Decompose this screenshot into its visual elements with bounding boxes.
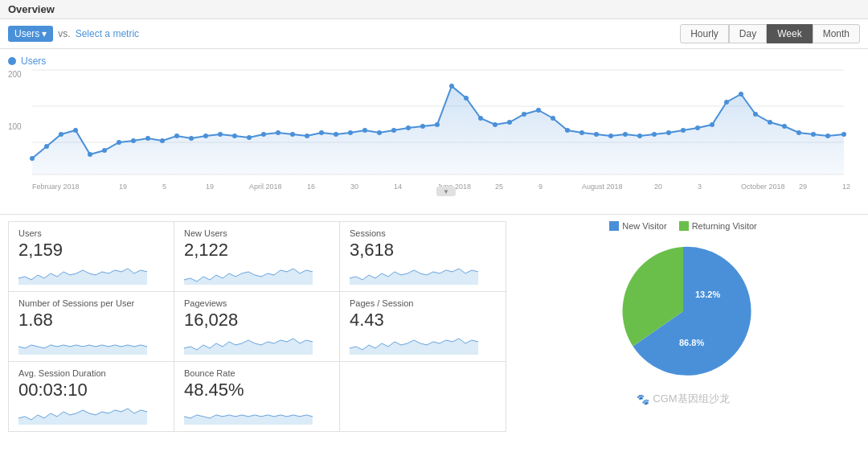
svg-point-18: [218, 132, 223, 137]
svg-marker-84: [350, 339, 478, 355]
pie-legend-returning-visitor: Returning Visitor: [679, 221, 757, 231]
svg-marker-81: [350, 269, 478, 285]
month-button[interactable]: Month: [813, 24, 860, 43]
svg-point-13: [145, 136, 150, 141]
svg-point-11: [117, 140, 121, 145]
svg-text:30: 30: [350, 183, 358, 191]
line-chart-container: 200 100: [8, 70, 860, 199]
svg-point-54: [739, 92, 743, 97]
svg-point-44: [594, 132, 599, 137]
svg-point-59: [811, 132, 816, 137]
svg-point-28: [362, 128, 367, 133]
svg-text:April 2018: April 2018: [249, 183, 282, 191]
dropdown-arrow-icon: ▾: [42, 28, 47, 39]
svg-point-51: [695, 125, 700, 130]
svg-text:29: 29: [799, 183, 807, 191]
svg-point-25: [319, 130, 324, 135]
stat-pageviews-value: 16,028: [184, 310, 330, 331]
chart-legend: Users: [8, 55, 860, 67]
svg-point-14: [160, 138, 165, 143]
hourly-button[interactable]: Hourly: [680, 24, 729, 43]
svg-point-17: [203, 134, 208, 138]
svg-text:5: 5: [162, 183, 166, 191]
svg-point-12: [131, 138, 136, 143]
stat-pageviews: Pageviews 16,028: [174, 292, 340, 362]
stat-sessions-per-user-label: Number of Sessions per User: [18, 298, 164, 308]
stat-sessions-per-user-value: 1.68: [18, 310, 164, 331]
svg-text:13.2%: 13.2%: [695, 290, 720, 299]
svg-point-35: [464, 96, 469, 101]
svg-point-55: [753, 112, 758, 117]
svg-point-42: [565, 128, 570, 133]
new-visitor-label: New Visitor: [622, 221, 666, 231]
stat-pageviews-label: Pageviews: [184, 298, 330, 308]
pie-chart-svg: 13.2% 86.8%: [603, 237, 764, 386]
stat-new-users-value: 2,122: [184, 240, 330, 261]
stat-bounce-rate: Bounce Rate 48.45%: [174, 362, 340, 431]
svg-point-49: [666, 130, 671, 135]
svg-point-19: [232, 134, 237, 138]
stat-sessions-label: Sessions: [350, 228, 496, 238]
stat-pages-per-session-label: Pages / Session: [350, 298, 496, 308]
chart-legend-label: Users: [21, 55, 46, 67]
main-chart-area: Users 200 100: [0, 49, 868, 214]
svg-point-6: [44, 144, 49, 149]
stat-users-chart: [18, 262, 164, 285]
returning-visitor-color: [679, 221, 689, 231]
stat-bounce-rate-chart: [184, 402, 330, 425]
pie-chart-wrapper: 13.2% 86.8%: [603, 237, 764, 388]
time-range-buttons: Hourly Day Week Month: [680, 24, 860, 43]
svg-point-15: [174, 134, 179, 138]
pie-chart-section: New Visitor Returning Visitor: [506, 221, 860, 432]
svg-point-34: [449, 84, 454, 88]
svg-text:19: 19: [119, 183, 127, 191]
svg-point-58: [796, 130, 801, 135]
svg-point-43: [579, 130, 584, 135]
line-chart-svg: February 2018 19 5 19 April 2018 16 30 1…: [32, 70, 844, 183]
stat-bounce-rate-label: Bounce Rate: [184, 368, 330, 378]
stat-empty: [340, 362, 506, 431]
scroll-indicator[interactable]: ▼: [436, 187, 456, 196]
stat-sessions-per-user-chart: [18, 332, 164, 355]
watermark-icon: 🐾: [637, 393, 649, 405]
svg-point-46: [623, 132, 628, 137]
day-button[interactable]: Day: [729, 24, 767, 43]
svg-point-47: [637, 134, 642, 138]
y-axis: 200 100: [8, 70, 31, 175]
svg-point-37: [493, 122, 497, 127]
svg-point-53: [724, 100, 729, 105]
svg-point-45: [608, 134, 613, 138]
svg-point-29: [377, 130, 382, 135]
top-bar: Users ▾ vs. Select a metric Hourly Day W…: [0, 19, 868, 49]
svg-point-36: [478, 116, 483, 121]
svg-point-23: [290, 132, 295, 137]
svg-point-22: [276, 130, 280, 135]
svg-point-32: [420, 124, 425, 129]
svg-point-24: [305, 134, 309, 138]
svg-point-56: [768, 120, 772, 125]
svg-point-61: [841, 132, 846, 137]
svg-point-52: [710, 122, 714, 127]
stat-avg-session-duration: Avg. Session Duration 00:03:10: [9, 362, 174, 431]
vs-label: vs.: [58, 28, 70, 39]
svg-text:February 2018: February 2018: [32, 183, 80, 191]
svg-point-40: [536, 108, 541, 113]
svg-text:16: 16: [307, 183, 315, 191]
stat-pages-per-session-chart: [350, 332, 496, 355]
svg-point-39: [522, 112, 526, 117]
svg-marker-79: [18, 269, 147, 285]
metric-selector: Users ▾ vs. Select a metric: [8, 26, 139, 42]
users-dropdown-button[interactable]: Users ▾: [8, 26, 53, 42]
svg-point-27: [348, 130, 353, 135]
svg-point-9: [88, 152, 92, 157]
svg-text:86.8%: 86.8%: [679, 338, 704, 347]
week-button[interactable]: Week: [767, 24, 812, 43]
select-metric-link[interactable]: Select a metric: [76, 28, 139, 39]
watermark: 🐾 CGM基因组沙龙: [637, 392, 729, 406]
stat-new-users: New Users 2,122: [174, 222, 340, 292]
svg-text:August 2018: August 2018: [582, 183, 623, 191]
svg-point-60: [825, 134, 830, 138]
svg-point-20: [247, 135, 252, 140]
svg-point-26: [334, 132, 338, 137]
page-title: Overview: [8, 3, 55, 15]
